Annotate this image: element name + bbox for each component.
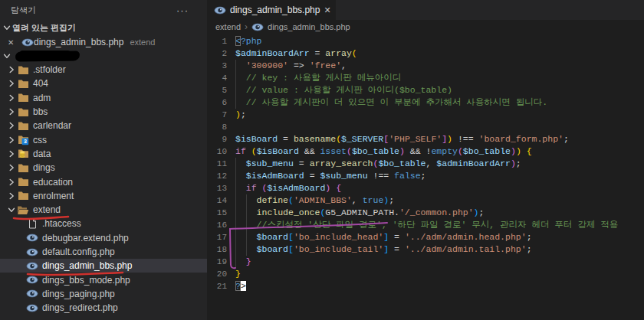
breadcrumb: extend › dings_admin_bbs.php — [207, 20, 644, 34]
line-number: 4 — [207, 72, 227, 84]
code-line-17[interactable]: 17 $board['bo_include_head'] = '../adm/a… — [207, 231, 644, 243]
line-number: 12 — [207, 170, 227, 182]
chevron-right-icon — [6, 162, 17, 173]
tree-item-label: carlendar — [33, 120, 71, 131]
tree-item-stfolder[interactable]: .stfolder — [0, 63, 207, 77]
tree-item-debugbar-extend-php[interactable]: debugbar.extend.php — [0, 231, 207, 245]
line-text: $board['bo_include_head'] = '../adm/admi… — [235, 231, 532, 243]
code-editor[interactable]: 1<?php2$adminBoardArr = array(3 '300900'… — [207, 34, 644, 320]
open-editors-label: 열려 있는 편집기 — [12, 22, 76, 34]
tree-item-extend[interactable]: extend — [0, 203, 207, 217]
tree-item-label: bbs — [33, 106, 48, 117]
open-editor-folder-badge: extend — [130, 38, 155, 47]
code-line-21[interactable]: 21?> — [207, 280, 644, 292]
workspace-section-header[interactable] — [0, 49, 207, 63]
tab-dings-admin-bbs-php[interactable]: dings_admin_bbs.php ✕ — [207, 0, 336, 20]
tree-item-dings[interactable]: dings — [0, 161, 207, 175]
close-icon[interactable]: ✕ — [8, 38, 18, 47]
code-line-13[interactable]: 13 if ($isAdmBoard) { — [207, 182, 644, 194]
line-text: $isBoard = basename($_SERVER['PHP_SELF']… — [235, 133, 569, 145]
line-text: } — [235, 256, 251, 268]
file-icon — [26, 218, 38, 229]
tab-close-icon[interactable]: ✕ — [324, 5, 330, 15]
tree-item-enrolment[interactable]: enrolment — [0, 189, 207, 203]
line-number: 15 — [207, 207, 227, 219]
more-actions-icon[interactable]: ··· — [176, 5, 189, 16]
indent-guide — [235, 158, 236, 268]
line-number: 7 — [207, 109, 227, 121]
code-line-9[interactable]: 9$isBoard = basename($_SERVER['PHP_SELF'… — [207, 133, 644, 145]
breadcrumb-folder[interactable]: extend — [215, 22, 241, 31]
breadcrumb-separator-icon: › — [245, 21, 248, 32]
line-text: <?php — [235, 35, 262, 47]
tree-item-label: dings_bbs_mode.php — [42, 275, 130, 286]
chevron-down-icon — [6, 204, 17, 215]
tree-item-htaccess[interactable]: .htaccess — [0, 217, 207, 230]
line-number: 19 — [207, 256, 227, 268]
line-number: 6 — [207, 96, 227, 109]
tree-item-css[interactable]: 3css — [0, 132, 207, 146]
line-number: 3 — [207, 60, 227, 72]
code-line-16[interactable]: 16 //스킨설정 '상단 파일 경로', '하단 파일 경로' 무시, 관리자… — [207, 219, 644, 231]
tree-item-dings-paging-php[interactable]: dings_paging.php — [0, 287, 207, 301]
line-number: 21 — [207, 280, 227, 292]
code-line-10[interactable]: 10if ($isBoard && isset($bo_table) && !e… — [207, 145, 644, 158]
line-number: 1 — [207, 35, 227, 47]
tree-item-label: adm — [33, 93, 51, 103]
tree-item-404[interactable]: 404 — [0, 77, 207, 90]
chevron-right-icon — [6, 135, 17, 145]
line-text: $isAdmBoard = $sub_menu !== false; — [235, 170, 426, 182]
tree-item-label: 404 — [33, 78, 48, 89]
tree-item-dings-admin-bbs-php[interactable]: dings_admin_bbs.php — [0, 259, 207, 273]
line-number: 2 — [207, 47, 227, 60]
open-editor-item[interactable]: ✕ dings_admin_bbs.php extend — [0, 35, 207, 49]
code-line-14[interactable]: 14 define('ADMIN_BBS', true); — [207, 194, 644, 207]
line-text: '300900' => 'free', — [235, 60, 347, 72]
code-line-20[interactable]: 20} — [207, 268, 644, 280]
tree-item-label: data — [33, 149, 51, 159]
folder-icon — [17, 120, 29, 131]
code-line-12[interactable]: 12 $isAdmBoard = $sub_menu !== false; — [207, 170, 644, 182]
open-editors-section-header[interactable]: 열려 있는 편집기 — [0, 20, 207, 35]
tree-item-dings-redirect-php[interactable]: dings_redirect.php — [0, 301, 207, 315]
code-line-7[interactable]: 7); — [207, 109, 644, 121]
tree-item-dings-bbs-mode-php[interactable]: dings_bbs_mode.php — [0, 273, 207, 286]
code-line-19[interactable]: 19 } — [207, 256, 644, 268]
php-eye-icon — [21, 37, 34, 47]
code-line-15[interactable]: 15 include_once(G5_ADMIN_PATH.'/_common.… — [207, 207, 644, 219]
code-line-1[interactable]: 1<?php — [207, 35, 644, 47]
tab-bar: dings_admin_bbs.php ✕ — [207, 0, 644, 20]
line-text: if ($isBoard && isset($bo_table) && !emp… — [235, 145, 532, 158]
code-line-6[interactable]: 6 // 사용할 게시판이 더 있으면 이 부분에 추가해서 사용하시면 됩니다… — [207, 96, 644, 109]
file-tree: .stfolder404admbbscarlendar3cssdatadings… — [0, 63, 207, 315]
line-text: ?> — [235, 280, 246, 292]
code-line-8[interactable]: 8 — [207, 121, 644, 133]
chevron-right-icon — [6, 177, 17, 188]
tree-item-default-config-php[interactable]: default.config.php — [0, 245, 207, 259]
folder-icon — [17, 162, 29, 173]
code-line-2[interactable]: 2$adminBoardArr = array( — [207, 47, 644, 60]
folder-icon — [17, 191, 29, 201]
code-line-3[interactable]: 3 '300900' => 'free', — [207, 60, 644, 72]
indent-guide — [246, 194, 247, 256]
line-number: 18 — [207, 243, 227, 256]
breadcrumb-file[interactable]: dings_admin_bbs.php — [268, 22, 350, 31]
line-number: 16 — [207, 219, 227, 231]
chevron-right-icon — [6, 191, 17, 201]
open-editor-filename: dings_admin_bbs.php — [34, 37, 123, 47]
redacted-workspace-name — [15, 51, 80, 61]
code-line-5[interactable]: 5 // value : 사용할 게시판 아이디($bo_table) — [207, 84, 644, 96]
code-line-11[interactable]: 11 $sub_menu = array_search($bo_table, $… — [207, 158, 644, 170]
chevron-right-icon — [6, 149, 17, 159]
tree-item-label: dings — [33, 162, 55, 173]
tree-item-adm[interactable]: adm — [0, 91, 207, 105]
php-eye-icon — [26, 289, 38, 299]
tree-item-bbs[interactable]: bbs — [0, 105, 207, 119]
tree-item-data[interactable]: data — [0, 147, 207, 161]
code-line-4[interactable]: 4 // key : 사용할 게시판 메뉴아이디 — [207, 72, 644, 84]
code-line-18[interactable]: 18 $board['bo_include_tail'] = '../adm/a… — [207, 243, 644, 256]
tree-item-education[interactable]: education — [0, 175, 207, 188]
php-eye-icon — [251, 21, 264, 32]
chevron-down-icon — [2, 22, 12, 33]
tree-item-carlendar[interactable]: carlendar — [0, 119, 207, 132]
